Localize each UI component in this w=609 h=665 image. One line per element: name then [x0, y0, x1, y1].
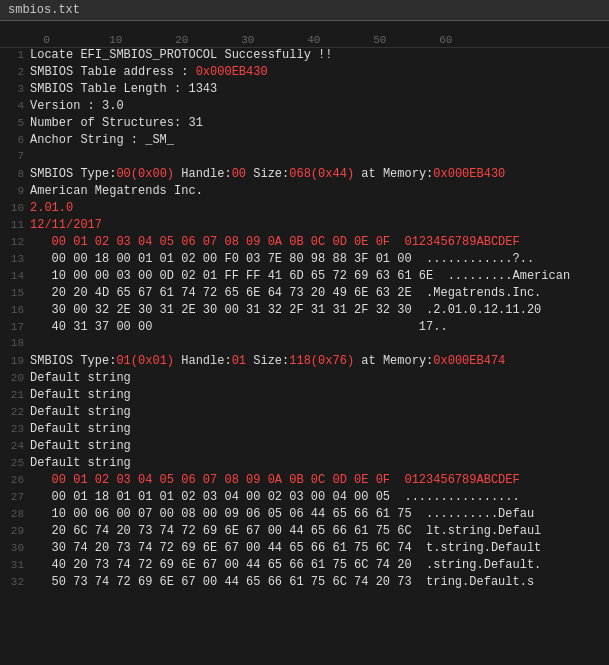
line-number: 12: [2, 236, 30, 248]
table-row: 102.01.0: [0, 201, 609, 218]
line-content: Version : 3.0: [30, 99, 607, 113]
line-number: 28: [2, 508, 30, 520]
line-content: Default string: [30, 388, 607, 402]
line-number: 31: [2, 559, 30, 571]
table-row: 1Locate EFI_SMBIOS_PROTOCOL Successfully…: [0, 48, 609, 65]
text-segment: 0x000EB430: [196, 65, 268, 79]
text-segment: Default string: [30, 371, 131, 385]
line-number: 17: [2, 321, 30, 333]
line-content: 00 01 02 03 04 05 06 07 08 09 0A 0B 0C 0…: [30, 235, 607, 249]
table-row: 27 00 01 18 01 01 01 02 03 04 00 02 03 0…: [0, 490, 609, 507]
text-segment: 20 6C 74 20 73 74 72 69 6E 67 00 44 65 6…: [30, 524, 541, 538]
line-content: SMBIOS Table address : 0x000EB430: [30, 65, 607, 79]
file-name: smbios.txt: [8, 3, 80, 17]
table-row: 29 20 6C 74 20 73 74 72 69 6E 67 00 44 6…: [0, 524, 609, 541]
text-segment: SMBIOS Type:: [30, 167, 116, 181]
text-segment: 00 01 02 03 04 05 06 07 08 09 0A 0B 0C 0…: [30, 473, 520, 487]
line-content: 20 20 4D 65 67 61 74 72 65 6E 64 73 20 4…: [30, 286, 607, 300]
table-row: 20Default string: [0, 371, 609, 388]
text-segment: Locate EFI_SMBIOS_PROTOCOL Successfully …: [30, 48, 332, 62]
text-segment: 10 00 00 03 00 0D 02 01 FF FF 41 6D 65 7…: [30, 269, 570, 283]
text-segment: 40 31 37 00 00 17..: [30, 320, 448, 334]
ruler-text: 0 10 20 30 40 50 60: [43, 34, 452, 46]
text-segment: Number of Structures: 31: [30, 116, 203, 130]
line-number: 15: [2, 287, 30, 299]
table-row: 31 40 20 73 74 72 69 6E 67 00 44 65 66 6…: [0, 558, 609, 575]
table-row: 13 00 00 18 00 01 01 02 00 F0 03 7E 80 9…: [0, 252, 609, 269]
table-row: 18: [0, 337, 609, 354]
text-segment: 00: [232, 167, 246, 181]
line-number: 1: [2, 49, 30, 61]
text-segment: 50 73 74 72 69 6E 67 00 44 65 66 61 75 6…: [30, 575, 534, 589]
text-segment: Handle:: [174, 167, 232, 181]
table-row: 12 00 01 02 03 04 05 06 07 08 09 0A 0B 0…: [0, 235, 609, 252]
line-number: 25: [2, 457, 30, 469]
text-segment: Handle:: [174, 354, 232, 368]
line-number: 16: [2, 304, 30, 316]
table-row: 19SMBIOS Type:01(0x01) Handle:01 Size:11…: [0, 354, 609, 371]
content-area: 1Locate EFI_SMBIOS_PROTOCOL Successfully…: [0, 48, 609, 665]
line-content: 2.01.0: [30, 201, 607, 215]
line-content: Default string: [30, 422, 607, 436]
table-row: 24Default string: [0, 439, 609, 456]
table-row: 6Anchor String : _SM_: [0, 133, 609, 150]
line-number: 27: [2, 491, 30, 503]
text-segment: 00(0x00): [116, 167, 174, 181]
line-number: 14: [2, 270, 30, 282]
line-content: 00 00 18 00 01 01 02 00 F0 03 7E 80 98 8…: [30, 252, 607, 266]
text-segment: 2.01.0: [30, 201, 73, 215]
table-row: 5Number of Structures: 31: [0, 116, 609, 133]
line-number: 3: [2, 83, 30, 95]
text-segment: Default string: [30, 422, 131, 436]
table-row: 2SMBIOS Table address : 0x000EB430: [0, 65, 609, 82]
line-content: 10 00 06 00 07 00 08 00 09 06 05 06 44 6…: [30, 507, 607, 521]
text-segment: SMBIOS Table Length : 1343: [30, 82, 217, 96]
table-row: 26 00 01 02 03 04 05 06 07 08 09 0A 0B 0…: [0, 473, 609, 490]
text-segment: 30 74 20 73 74 72 69 6E 67 00 44 65 66 6…: [30, 541, 541, 555]
text-segment: 10 00 06 00 07 00 08 00 09 06 05 06 44 6…: [30, 507, 534, 521]
line-number: 21: [2, 389, 30, 401]
text-segment: Size:: [246, 167, 289, 181]
text-segment: 0x000EB474: [433, 354, 505, 368]
text-segment: Default string: [30, 405, 131, 419]
text-segment: 0x000EB430: [433, 167, 505, 181]
line-content: 12/11/2017: [30, 218, 607, 232]
text-segment: 40 20 73 74 72 69 6E 67 00 44 65 66 61 7…: [30, 558, 541, 572]
text-segment: 12/11/2017: [30, 218, 102, 232]
table-row: 9American Megatrends Inc.: [0, 184, 609, 201]
table-row: 16 30 00 32 2E 30 31 2E 30 00 31 32 2F 3…: [0, 303, 609, 320]
line-number: 11: [2, 219, 30, 231]
line-number: 7: [2, 150, 30, 162]
line-number: 5: [2, 117, 30, 129]
line-content: 40 31 37 00 00 17..: [30, 320, 607, 334]
line-content: Default string: [30, 405, 607, 419]
text-segment: 01(0x01): [116, 354, 174, 368]
line-number: 22: [2, 406, 30, 418]
line-content: American Megatrends Inc.: [30, 184, 607, 198]
line-number: 18: [2, 337, 30, 349]
line-content: Number of Structures: 31: [30, 116, 607, 130]
line-number: 2: [2, 66, 30, 78]
text-segment: Anchor String : _SM_: [30, 133, 174, 147]
text-segment: 00 01 02 03 04 05 06 07 08 09 0A 0B 0C 0…: [30, 235, 520, 249]
line-number: 13: [2, 253, 30, 265]
ruler: 0 10 20 30 40 50 60: [0, 21, 609, 48]
text-segment: 20 20 4D 65 67 61 74 72 65 6E 64 73 20 4…: [30, 286, 541, 300]
text-segment: American Megatrends Inc.: [30, 184, 203, 198]
line-content: 00 01 18 01 01 01 02 03 04 00 02 03 00 0…: [30, 490, 607, 504]
line-content: 10 00 00 03 00 0D 02 01 FF FF 41 6D 65 7…: [30, 269, 607, 283]
line-number: 20: [2, 372, 30, 384]
table-row: 7: [0, 150, 609, 167]
text-segment: Size:: [246, 354, 289, 368]
table-row: 15 20 20 4D 65 67 61 74 72 65 6E 64 73 2…: [0, 286, 609, 303]
line-content: SMBIOS Type:00(0x00) Handle:00 Size:068(…: [30, 167, 607, 181]
table-row: 14 10 00 00 03 00 0D 02 01 FF FF 41 6D 6…: [0, 269, 609, 286]
line-content: SMBIOS Type:01(0x01) Handle:01 Size:118(…: [30, 354, 607, 368]
table-row: 8SMBIOS Type:00(0x00) Handle:00 Size:068…: [0, 167, 609, 184]
line-number: 4: [2, 100, 30, 112]
line-number: 30: [2, 542, 30, 554]
table-row: 3SMBIOS Table Length : 1343: [0, 82, 609, 99]
line-number: 8: [2, 168, 30, 180]
text-segment: 00 00 18 00 01 01 02 00 F0 03 7E 80 98 8…: [30, 252, 534, 266]
text-segment: at Memory:: [354, 167, 433, 181]
